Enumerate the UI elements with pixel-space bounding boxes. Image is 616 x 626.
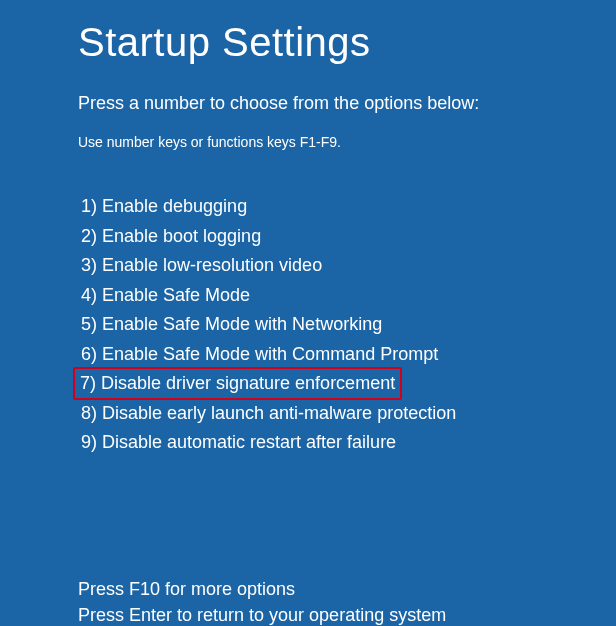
option-item-9[interactable]: 9) Disable automatic restart after failu… [78,428,399,457]
option-item-1[interactable]: 1) Enable debugging [78,192,250,221]
instruction-subtitle: Press a number to choose from the option… [78,93,616,114]
options-list: 1) Enable debugging 2) Enable boot loggi… [78,192,616,458]
option-item-8[interactable]: 8) Disable early launch anti-malware pro… [78,399,459,428]
option-item-6[interactable]: 6) Enable Safe Mode with Command Prompt [78,340,441,369]
option-item-5[interactable]: 5) Enable Safe Mode with Networking [78,310,385,339]
keys-hint: Use number keys or functions keys F1-F9. [78,134,616,150]
option-item-4[interactable]: 4) Enable Safe Mode [78,281,253,310]
option-item-7[interactable]: 7) Disable driver signature enforcement [73,367,402,400]
startup-settings-screen: Startup Settings Press a number to choos… [0,0,616,626]
option-item-2[interactable]: 2) Enable boot logging [78,222,264,251]
option-item-3[interactable]: 3) Enable low-resolution video [78,251,325,280]
footer-more-options: Press F10 for more options [78,576,616,602]
footer-return-text: Press Enter to return to your operating … [78,602,616,627]
page-title: Startup Settings [78,20,616,65]
